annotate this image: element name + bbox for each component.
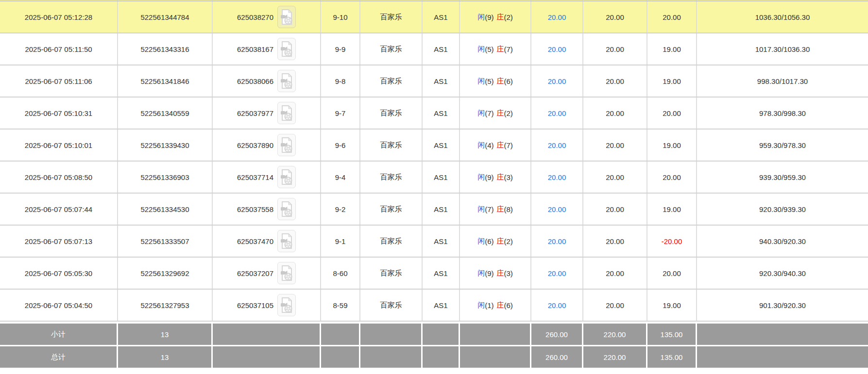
table-row[interactable]: 2025-06-07 05:10:01 522561339430 6250378… bbox=[0, 130, 868, 162]
total-valid-total: 220.00 bbox=[583, 346, 647, 368]
table-row[interactable]: 2025-06-07 05:08:50 522561336903 6250377… bbox=[0, 162, 868, 194]
video-replay-button[interactable] bbox=[277, 38, 296, 60]
table-name: AS1 bbox=[423, 290, 460, 321]
video-replay-button[interactable] bbox=[277, 230, 296, 252]
bet-amount-link[interactable]: 20.00 bbox=[531, 130, 583, 161]
win-loss-amount: 19.00 bbox=[647, 290, 697, 321]
shoe-round: 8-60 bbox=[321, 258, 360, 289]
player-result-label: 闲 bbox=[477, 109, 485, 118]
player-result-label: 闲 bbox=[477, 205, 485, 214]
player-result-label: 闲 bbox=[477, 269, 485, 278]
video-replay-button[interactable] bbox=[277, 134, 296, 156]
table-row[interactable]: 2025-06-07 05:11:06 522561341846 6250380… bbox=[0, 65, 868, 98]
bet-amount-link[interactable]: 20.00 bbox=[531, 162, 583, 193]
game-result: 闲(4)庄(7) bbox=[460, 130, 531, 161]
game-round-id: 625038066 bbox=[237, 77, 273, 85]
banker-result-label: 庄 bbox=[497, 77, 504, 86]
table-row[interactable]: 2025-06-07 05:04:50 522561327953 6250371… bbox=[0, 290, 868, 322]
bet-order-id: 522561340559 bbox=[118, 98, 213, 129]
subtotal-empty bbox=[360, 324, 423, 345]
video-replay-icon bbox=[280, 232, 293, 250]
win-loss-amount: 19.00 bbox=[647, 65, 697, 97]
game-round-id: 625038270 bbox=[237, 13, 273, 21]
player-result-label: 闲 bbox=[477, 77, 485, 86]
clipped-row-cell bbox=[0, 0, 118, 0]
game-result: 闲(7)庄(2) bbox=[460, 98, 531, 129]
player-result-label: 闲 bbox=[477, 237, 485, 246]
game-round-cell: 625037977 bbox=[213, 98, 321, 129]
balance-after-before: 1017.30/1036.30 bbox=[697, 33, 868, 65]
shoe-round: 9-2 bbox=[321, 194, 360, 225]
valid-bet-amount: 20.00 bbox=[583, 226, 647, 257]
table-row[interactable]: 2025-06-07 05:05:30 522561329692 6250372… bbox=[0, 258, 868, 290]
banker-result-score: (3) bbox=[504, 173, 513, 181]
table-row[interactable]: 2025-06-07 05:10:31 522561340559 6250379… bbox=[0, 98, 868, 130]
table-name: AS1 bbox=[423, 1, 460, 33]
bet-time: 2025-06-07 05:11:06 bbox=[0, 65, 118, 97]
bet-amount-link[interactable]: 20.00 bbox=[531, 258, 583, 289]
bet-order-id: 522561343316 bbox=[118, 33, 213, 65]
table-row[interactable]: 2025-06-07 05:07:44 522561334530 6250375… bbox=[0, 194, 868, 226]
player-result-label: 闲 bbox=[477, 173, 485, 182]
game-round-cell: 625037558 bbox=[213, 194, 321, 225]
win-loss-amount: 20.00 bbox=[647, 1, 697, 33]
table-name: AS1 bbox=[423, 258, 460, 289]
game-type: 百家乐 bbox=[360, 162, 423, 193]
player-result-score: (5) bbox=[485, 45, 494, 53]
video-replay-button[interactable] bbox=[277, 6, 296, 28]
player-result-score: (9) bbox=[485, 269, 494, 277]
table-name: AS1 bbox=[423, 130, 460, 161]
valid-bet-amount: 20.00 bbox=[583, 130, 647, 161]
subtotal-winloss-total: 135.00 bbox=[647, 324, 697, 345]
balance-after-before: 920.30/940.30 bbox=[697, 258, 868, 289]
bet-amount-link[interactable]: 20.00 bbox=[531, 1, 583, 33]
table-row[interactable]: 2025-06-07 05:12:28 522561344784 6250382… bbox=[0, 1, 868, 33]
table-name: AS1 bbox=[423, 194, 460, 225]
video-replay-icon bbox=[280, 200, 293, 218]
game-round-id: 625037470 bbox=[237, 237, 273, 245]
valid-bet-amount: 20.00 bbox=[583, 98, 647, 129]
valid-bet-amount: 20.00 bbox=[583, 162, 647, 193]
banker-result-score: (2) bbox=[504, 237, 513, 245]
total-empty bbox=[423, 346, 460, 368]
player-result-score: (7) bbox=[485, 205, 494, 213]
bet-order-id: 522561336903 bbox=[118, 162, 213, 193]
win-loss-amount: 19.00 bbox=[647, 194, 697, 225]
total-label: 总计 bbox=[0, 346, 118, 368]
bet-amount-link[interactable]: 20.00 bbox=[531, 290, 583, 321]
video-replay-button[interactable] bbox=[277, 102, 296, 124]
clipped-row-cell bbox=[531, 0, 583, 0]
game-round-id: 625037207 bbox=[237, 269, 273, 277]
game-type: 百家乐 bbox=[360, 258, 423, 289]
video-replay-button[interactable] bbox=[277, 166, 296, 188]
game-round-cell: 625037207 bbox=[213, 258, 321, 289]
game-round-id: 625037714 bbox=[237, 173, 273, 181]
bet-amount-link[interactable]: 20.00 bbox=[531, 65, 583, 97]
table-row[interactable]: 2025-06-07 05:07:13 522561333507 6250374… bbox=[0, 226, 868, 258]
balance-after-before: 901.30/920.30 bbox=[697, 290, 868, 321]
bet-amount-link[interactable]: 20.00 bbox=[531, 98, 583, 129]
balance-after-before: 939.30/959.30 bbox=[697, 162, 868, 193]
video-replay-button[interactable] bbox=[277, 262, 296, 284]
bet-order-id: 522561339430 bbox=[118, 130, 213, 161]
banker-result-label: 庄 bbox=[497, 141, 504, 150]
video-replay-button[interactable] bbox=[277, 70, 296, 92]
shoe-round: 9-9 bbox=[321, 33, 360, 65]
bet-order-id: 522561344784 bbox=[118, 1, 213, 33]
table-name: AS1 bbox=[423, 162, 460, 193]
bet-amount-link[interactable]: 20.00 bbox=[531, 194, 583, 225]
video-replay-button[interactable] bbox=[277, 294, 296, 316]
bet-time: 2025-06-07 05:05:30 bbox=[0, 258, 118, 289]
video-replay-button[interactable] bbox=[277, 198, 296, 220]
bet-amount-link[interactable]: 20.00 bbox=[531, 33, 583, 65]
bet-time: 2025-06-07 05:08:50 bbox=[0, 162, 118, 193]
table-row[interactable]: 2025-06-07 05:11:50 522561343316 6250381… bbox=[0, 33, 868, 65]
player-result-label: 闲 bbox=[477, 45, 485, 54]
total-empty bbox=[697, 346, 868, 368]
game-result: 闲(5)庄(6) bbox=[460, 65, 531, 97]
bet-amount-link[interactable]: 20.00 bbox=[531, 226, 583, 257]
player-result-score: (5) bbox=[485, 77, 494, 85]
bet-order-id: 522561334530 bbox=[118, 194, 213, 225]
subtotal-empty bbox=[697, 324, 868, 345]
bet-order-id: 522561329692 bbox=[118, 258, 213, 289]
